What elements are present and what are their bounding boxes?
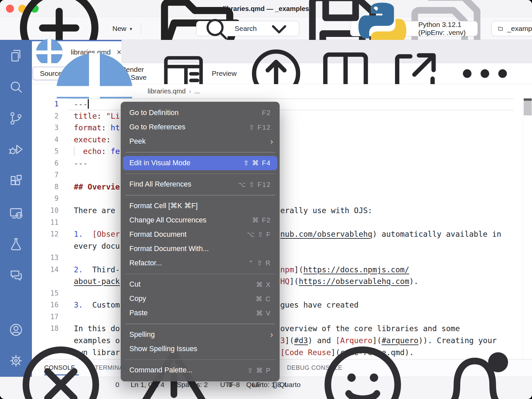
menu-shortcut: F2 — [262, 109, 271, 117]
text-cursor — [88, 99, 89, 109]
menu-separator — [125, 359, 275, 360]
menu-item-format-document[interactable]: Format Document⌥ ⇧ F — [121, 227, 280, 242]
menu-shortcut: ⇧ ⌘ F4 — [243, 159, 271, 167]
overview-ruler-mark — [524, 98, 532, 101]
menu-item-edit-in-visual-mode[interactable]: Edit in Visual Mode⇧ ⌘ F4 — [123, 156, 277, 170]
search-icon[interactable] — [8, 79, 24, 94]
breadcrumb-more[interactable]: ... — [194, 87, 200, 95]
line-number: 7 — [32, 169, 59, 181]
menu-shortcut: ⌘ X — [256, 281, 271, 289]
menu-separator — [125, 174, 275, 174]
menu-item-refactor[interactable]: Refactor...⌃ ⇧ R — [121, 256, 280, 270]
line-number: 15 — [32, 288, 59, 300]
menu-separator — [125, 152, 275, 153]
line-number: 17 — [32, 311, 59, 323]
status-lf[interactable]: LF — [252, 381, 260, 389]
line-number: 16 — [32, 299, 59, 311]
submenu-chevron-icon: › — [270, 137, 273, 146]
status-ln-1-col-4[interactable]: Ln 1, Col 4 — [131, 381, 165, 389]
interpreter-selector[interactable]: Python 3.12.1 (PipEnv: .venv) — [350, 21, 478, 36]
line-number: 9 — [32, 193, 59, 205]
menu-shortcut: ⌃ ⇧ R — [248, 259, 271, 267]
line-number: 18 — [32, 323, 59, 335]
interpreter-label: Python 3.12.1 (PipEnv: .venv) — [418, 21, 477, 37]
status-utf-8[interactable]: UTF-8 — [220, 381, 240, 389]
activity-bar — [0, 40, 32, 377]
line-number: 1 — [32, 98, 59, 110]
testing-icon[interactable] — [8, 236, 24, 252]
comments-icon[interactable] — [8, 267, 24, 283]
menu-separator — [125, 324, 275, 324]
breadcrumb-file[interactable]: libraries.qmd — [148, 87, 186, 95]
preview-label: Preview — [212, 69, 237, 77]
app-window: libraries.qmd — _examples New ▾ Open ▾ — [0, 0, 532, 399]
toolbar-divider — [141, 23, 142, 34]
menu-item-show-spelling-issues[interactable]: Show Spelling Issues — [121, 342, 280, 356]
workspace-label: _examples — [507, 25, 532, 33]
menu-shortcut: ⌘ V — [256, 309, 271, 317]
line-number: 3 — [32, 122, 59, 134]
new-caret-icon: ▾ — [130, 26, 132, 32]
line-number: 11 — [32, 217, 59, 229]
workspace-selector[interactable]: _examples — [491, 21, 532, 36]
search-placeholder: Search — [235, 25, 257, 33]
line-number: 13 — [32, 252, 59, 264]
new-label: New — [112, 25, 126, 33]
search-input[interactable]: Search — [196, 21, 299, 36]
notifications-bell-icon[interactable] — [425, 335, 525, 399]
workspace-folder-icon — [498, 26, 503, 31]
menu-item-format-cell-k-f[interactable]: Format Cell [⌘K ⌘F] — [121, 199, 280, 213]
menu-shortcut: ⌘ F2 — [252, 216, 271, 224]
menu-item-format-document-with[interactable]: Format Document With... — [121, 242, 280, 256]
editor-scrollbar-track — [523, 98, 523, 359]
menu-item-change-all-occurrences[interactable]: Change All Occurrences⌘ F2 — [121, 213, 280, 227]
menu-item-paste[interactable]: Paste⌘ V — [121, 306, 280, 320]
menu-separator — [125, 195, 275, 196]
menu-shortcut: ⌥ ⇧ F — [247, 230, 271, 238]
menu-item-go-to-definition[interactable]: Go to DefinitionF2 — [121, 106, 280, 120]
menu-shortcut: ⇧ ⌘ P — [247, 366, 271, 374]
errors-icon[interactable] — [11, 335, 111, 399]
remote-explorer-icon[interactable] — [8, 205, 24, 220]
main-toolbar: New ▾ Open ▾ ‹ › Search Python 3.12.1 (P… — [0, 18, 532, 40]
editor-scrollbar-thumb[interactable] — [524, 98, 532, 115]
status-quarto[interactable]: {} Quarto — [273, 381, 301, 389]
line-number: 2 — [32, 110, 59, 122]
status-spaces-2[interactable]: Spaces: 2 — [177, 381, 208, 389]
search-icon — [202, 14, 231, 43]
source-control-icon[interactable] — [8, 111, 24, 126]
menu-shortcut: ⌘ C — [256, 295, 271, 303]
menu-item-spelling[interactable]: Spelling› — [121, 328, 280, 342]
line-number: 10 — [32, 205, 59, 217]
breadcrumb-chevron-icon: › — [189, 88, 191, 95]
line-number: 6 — [32, 158, 59, 170]
menu-shortcut: ⇧ F12 — [249, 123, 271, 131]
menu-separator — [125, 274, 275, 274]
menu-item-cut[interactable]: Cut⌘ X — [121, 277, 280, 292]
search-chevron-down-icon — [265, 14, 294, 43]
line-number: 14 — [32, 264, 59, 276]
line-number: 5 — [32, 146, 59, 158]
submenu-chevron-icon: › — [270, 330, 273, 339]
line-number: 12 — [32, 228, 59, 240]
line-number: 8 — [32, 181, 59, 193]
menu-item-find-all-references[interactable]: Find All References⌥ ⇧ F12 — [121, 177, 280, 192]
context-menu: Go to DefinitionF2Go to References⇧ F12P… — [121, 102, 280, 381]
menu-item-copy[interactable]: Copy⌘ C — [121, 292, 280, 306]
error-count[interactable]: 0 — [115, 381, 119, 389]
menu-item-go-to-references[interactable]: Go to References⇧ F12 — [121, 120, 280, 134]
explorer-icon[interactable] — [8, 48, 24, 63]
extensions-icon[interactable] — [8, 174, 24, 189]
menu-shortcut: ⌥ ⇧ F12 — [238, 181, 271, 189]
line-number: 4 — [32, 134, 59, 146]
menu-item-command-palette[interactable]: Command Palette...⇧ ⌘ P — [121, 363, 280, 377]
feedback-smiley-icon[interactable] — [313, 335, 413, 399]
run-debug-icon[interactable] — [8, 142, 24, 157]
breadcrumb: libraries.qmd › ... — [32, 84, 532, 98]
menu-item-peek[interactable]: Peek› — [121, 134, 280, 149]
